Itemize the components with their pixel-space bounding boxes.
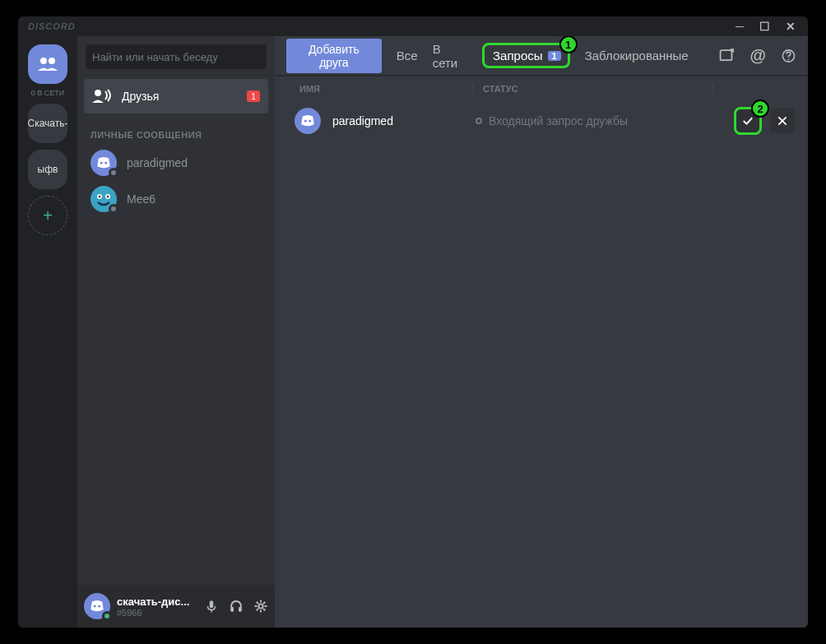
guild-list: 0 В СЕТИ Скачать- ыфв + bbox=[18, 36, 77, 628]
annotation-2: 2 bbox=[751, 100, 769, 118]
svg-point-14 bbox=[258, 604, 262, 608]
user-name: скачать-дис... bbox=[117, 595, 197, 608]
svg-point-0 bbox=[40, 58, 47, 64]
new-group-dm-icon[interactable] bbox=[718, 47, 736, 65]
status-circle-icon bbox=[476, 118, 482, 124]
discord-logo-icon bbox=[299, 115, 316, 127]
svg-point-8 bbox=[107, 196, 109, 198]
svg-point-4 bbox=[104, 161, 107, 164]
minimize-button[interactable]: ─ bbox=[736, 20, 745, 33]
svg-point-1 bbox=[49, 58, 55, 64]
online-count-label: 0 В СЕТИ bbox=[31, 89, 64, 97]
request-actions: 2 bbox=[734, 107, 795, 135]
accept-request-button[interactable]: 2 bbox=[734, 107, 762, 135]
requests-count-badge: 1 bbox=[548, 51, 561, 61]
svg-rect-13 bbox=[239, 607, 242, 612]
headphones-icon[interactable] bbox=[229, 599, 244, 614]
app-window: DISCORD ─ ☐ ✕ 0 В СЕТИ Скачать- ыфв + Н bbox=[18, 16, 808, 628]
close-button[interactable]: ✕ bbox=[786, 20, 796, 33]
home-button[interactable] bbox=[28, 44, 67, 84]
tab-requests[interactable]: Запросы 1 1 bbox=[482, 43, 570, 68]
svg-point-19 bbox=[304, 119, 307, 122]
mic-icon[interactable] bbox=[204, 599, 219, 614]
titlebar: DISCORD ─ ☐ ✕ bbox=[18, 16, 808, 36]
x-icon bbox=[776, 114, 789, 127]
dm-item-mee6[interactable]: Mee6 bbox=[84, 182, 268, 216]
user-panel: скачать-дис... #5966 bbox=[77, 585, 275, 628]
status-offline-icon bbox=[109, 204, 118, 214]
help-icon[interactable] bbox=[781, 48, 796, 64]
tab-requests-label: Запросы bbox=[493, 49, 543, 63]
add-server-button[interactable]: + bbox=[28, 196, 67, 235]
svg-point-16 bbox=[731, 49, 733, 52]
checkmark-icon bbox=[740, 114, 755, 128]
content-area: Добавить друга Все В сети Запросы 1 1 За… bbox=[275, 36, 808, 628]
mentions-icon[interactable]: @ bbox=[750, 46, 767, 65]
guild-server-2[interactable]: ыфв bbox=[28, 150, 67, 189]
svg-point-18 bbox=[788, 58, 790, 60]
svg-rect-11 bbox=[210, 600, 214, 608]
channels-sidebar: Найти или начать беседу Друзья 1 ЛИЧНЫЕ … bbox=[77, 36, 275, 628]
app-title: DISCORD bbox=[25, 21, 736, 31]
avatar bbox=[90, 186, 117, 212]
tab-all[interactable]: Все bbox=[397, 49, 418, 63]
tab-blocked[interactable]: Заблокированные bbox=[585, 49, 689, 63]
dm-item-paradigmed[interactable]: paradigmed bbox=[84, 146, 268, 180]
request-username: paradigmed bbox=[332, 114, 464, 127]
friends-icon bbox=[36, 56, 59, 72]
request-status-text: Входящий запрос дружбы bbox=[489, 114, 628, 127]
friends-badge: 1 bbox=[247, 90, 260, 102]
column-headers: ИМЯ СТАТУС bbox=[275, 76, 808, 99]
user-info[interactable]: скачать-дис... #5966 bbox=[117, 595, 197, 618]
request-avatar bbox=[295, 108, 321, 134]
search-placeholder: Найти или начать беседу bbox=[92, 51, 218, 63]
discord-logo-icon bbox=[95, 157, 112, 169]
annotation-1: 1 bbox=[559, 36, 578, 53]
dm-name: Mee6 bbox=[127, 192, 155, 206]
column-name-header: ИМЯ bbox=[299, 84, 472, 94]
person-wave-icon bbox=[92, 89, 112, 104]
dm-search-input[interactable]: Найти или начать беседу bbox=[86, 44, 267, 69]
avatar bbox=[90, 150, 117, 176]
gear-icon[interactable] bbox=[253, 599, 268, 614]
svg-point-2 bbox=[95, 90, 101, 96]
tab-online[interactable]: В сети bbox=[433, 42, 467, 70]
dm-section-header: ЛИЧНЫЕ СООБЩЕНИЯ bbox=[77, 115, 275, 145]
column-status-header: СТАТУС bbox=[472, 84, 712, 94]
status-online-icon bbox=[102, 611, 112, 621]
svg-point-3 bbox=[100, 161, 103, 164]
svg-point-9 bbox=[94, 605, 96, 607]
maximize-button[interactable]: ☐ bbox=[759, 20, 771, 33]
svg-rect-12 bbox=[230, 607, 234, 612]
svg-point-20 bbox=[309, 119, 311, 122]
svg-point-7 bbox=[99, 196, 101, 198]
user-tag: #5966 bbox=[117, 608, 197, 618]
user-controls bbox=[204, 599, 268, 614]
user-avatar[interactable] bbox=[84, 593, 110, 619]
add-friend-button[interactable]: Добавить друга bbox=[286, 39, 382, 73]
friends-tab[interactable]: Друзья 1 bbox=[84, 79, 268, 114]
status-offline-icon bbox=[109, 168, 118, 178]
app-body: 0 В СЕТИ Скачать- ыфв + Найти или начать… bbox=[18, 36, 808, 628]
dm-name: paradigmed bbox=[127, 156, 188, 169]
discord-logo-icon bbox=[89, 600, 105, 612]
plus-icon: + bbox=[43, 206, 53, 225]
friend-request-row: paradigmed Входящий запрос дружбы 2 bbox=[275, 99, 808, 143]
friends-label: Друзья bbox=[122, 90, 159, 103]
window-controls: ─ ☐ ✕ bbox=[736, 20, 801, 33]
content-header: Добавить друга Все В сети Запросы 1 1 За… bbox=[275, 36, 808, 76]
decline-request-button[interactable] bbox=[770, 109, 795, 133]
svg-point-10 bbox=[98, 605, 100, 607]
svg-rect-15 bbox=[720, 50, 731, 60]
request-status: Входящий запрос дружбы bbox=[476, 114, 722, 127]
guild-server-1[interactable]: Скачать- bbox=[28, 104, 67, 143]
